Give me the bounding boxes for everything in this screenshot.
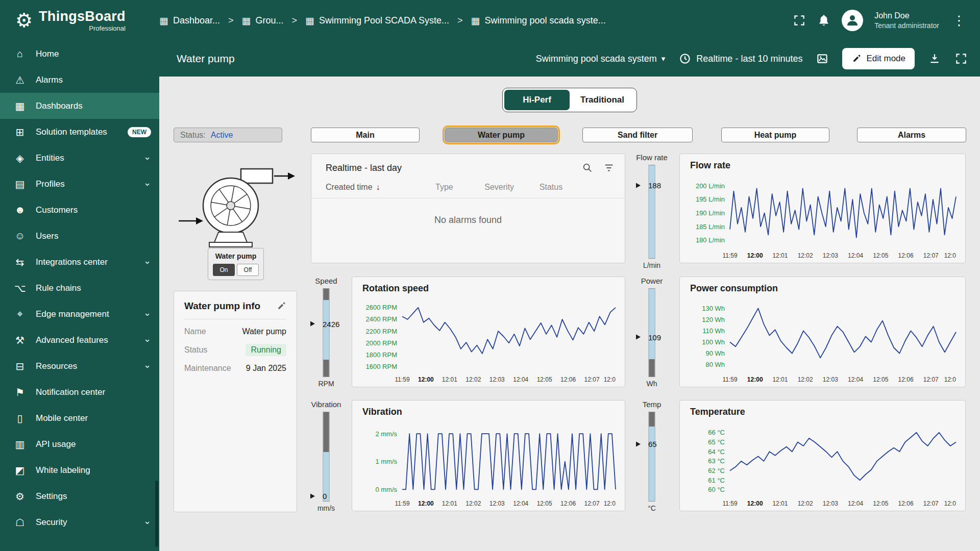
timewindow-button[interactable]: Realtime - last 10 minutes <box>678 52 802 65</box>
sort-desc-icon[interactable]: ↓ <box>376 183 380 192</box>
svg-text:12:06: 12:06 <box>560 376 576 383</box>
tab-alarms[interactable]: Alarms <box>857 128 966 142</box>
power-consumption-chart-widget: Power consumption 130 Wh120 Wh110 Wh100 … <box>679 277 966 387</box>
svg-text:110 Wh: 110 Wh <box>702 327 725 335</box>
column-type[interactable]: Type <box>435 183 484 192</box>
sidebar-item-alarms[interactable]: ⚠ Alarms <box>0 67 159 93</box>
toggle-option-hi-perf[interactable]: Hi-Perf <box>504 90 570 110</box>
info-value: 9 Jan 2025 <box>246 364 286 373</box>
dashboard-state-select[interactable]: Swimming pool scada system ▾ <box>536 54 666 64</box>
tab-heat-pump[interactable]: Heat pump <box>721 128 829 142</box>
sidebar-item-edge-management[interactable]: ⌖ Edge management ⌄ <box>0 301 159 327</box>
breadcrumb-item-scada-system[interactable]: ▦ Swimming Pool SCADA Syste... <box>305 15 449 27</box>
svg-text:190 L/min: 190 L/min <box>696 209 725 217</box>
breadcrumb-item-current-dashboard[interactable]: ▦ Swimming pool scada syste... <box>471 15 606 27</box>
gauge-title: Vibration <box>311 400 341 409</box>
sidebar-item-mobile-center[interactable]: ▯ Mobile center <box>0 405 159 431</box>
pencil-icon[interactable] <box>276 301 286 311</box>
chart-title: Vibration <box>352 400 625 417</box>
gauge-pointer[interactable]: 65 <box>636 440 671 448</box>
breadcrumb-item-group[interactable]: ▦ Grou... <box>242 15 284 27</box>
sidebar-item-settings[interactable]: ⚙ Settings <box>0 483 159 509</box>
svg-text:11:59: 11:59 <box>722 376 737 383</box>
sidebar-item-advanced-features[interactable]: ⚒ Advanced features ⌄ <box>0 327 159 353</box>
tab-sand-filter[interactable]: Sand filter <box>582 128 693 142</box>
temperature-chart-widget: Temperature 66 °C65 °C64 °C63 °C62 °C61 … <box>679 400 966 511</box>
sidebar-item-api-usage[interactable]: ▥ API usage <box>0 431 159 457</box>
flow-rate-line-chart: 200 L/min195 L/min190 L/min185 L/min180 … <box>683 174 962 261</box>
fullscreen-icon[interactable] <box>793 14 806 27</box>
breadcrumb-item-dashboards[interactable]: ▦ Dashboar... <box>159 15 220 27</box>
svg-text:12:01: 12:01 <box>442 500 457 507</box>
notifications-bell-icon[interactable] <box>817 14 830 27</box>
svg-text:2 mm/s: 2 mm/s <box>375 430 397 438</box>
svg-text:12:05: 12:05 <box>873 500 888 507</box>
svg-text:12:06: 12:06 <box>898 500 914 507</box>
gauge-pointer[interactable]: 2426 <box>310 319 345 328</box>
user-info[interactable]: John Doe Tenant administrator <box>874 11 939 31</box>
sidebar-item-users[interactable]: ☺ Users <box>0 223 159 249</box>
sidebar-item-rule-chains[interactable]: ⌥ Rule chains <box>0 275 159 301</box>
user-role: Tenant administrator <box>874 21 939 30</box>
sidebar-item-resources[interactable]: ⊟ Resources ⌄ <box>0 353 159 379</box>
gauge-bar[interactable] <box>649 412 655 502</box>
fullscreen-icon[interactable] <box>954 52 968 65</box>
svg-text:12:0: 12:0 <box>944 500 957 507</box>
sidebar-item-customers[interactable]: ☻ Customers <box>0 197 159 223</box>
rotation-speed-chart-widget: Rotation speed 2600 RPM2400 RPM2200 RPM2… <box>352 277 625 387</box>
user-name: John Doe <box>874 11 939 21</box>
gauge-pointer[interactable]: 109 <box>636 333 671 341</box>
gauge-pointer[interactable]: 188 <box>636 181 671 190</box>
app-logo[interactable]: ⚙ ThingsBoard Professional <box>0 10 159 32</box>
sidebar-item-dashboards[interactable]: ▦ Dashboards <box>0 93 159 119</box>
pump-off-button[interactable]: Off <box>237 264 259 276</box>
gauge-title: Temp <box>643 400 662 409</box>
flow-rate-chart-widget: Flow rate 200 L/min195 L/min190 L/min185… <box>679 154 966 263</box>
column-status[interactable]: Status <box>540 183 615 192</box>
column-severity[interactable]: Severity <box>484 183 540 192</box>
alarms-timewindow-label[interactable]: Realtime - last day <box>326 163 402 173</box>
image-export-icon[interactable] <box>816 52 829 65</box>
sidebar-item-solution-templates[interactable]: ⊞ Solution templates NEW <box>0 119 159 145</box>
sidebar-item-entities[interactable]: ◈ Entities ⌄ <box>0 145 159 171</box>
svg-text:65 °C: 65 °C <box>708 438 725 446</box>
column-created-time[interactable]: Created time ↓ <box>326 183 435 192</box>
toggle-option-traditional[interactable]: Traditional <box>570 90 635 110</box>
sidebar-item-profiles[interactable]: ▤ Profiles ⌄ <box>0 171 159 197</box>
kebab-menu-icon[interactable]: ⋮ <box>950 13 968 29</box>
svg-text:90 Wh: 90 Wh <box>705 349 725 357</box>
pump-on-button[interactable]: On <box>213 264 235 276</box>
edit-mode-button[interactable]: Edit mode <box>842 48 915 69</box>
sidebar-item-home[interactable]: ⌂ Home <box>0 41 159 67</box>
tab-main[interactable]: Main <box>311 128 420 142</box>
alarms-table-header: Created time ↓ Type Severity Status <box>311 177 625 198</box>
sidebar-item-white-labeling[interactable]: ◩ White labeling <box>0 457 159 483</box>
gauge-bar[interactable] <box>649 165 655 259</box>
water-pump-schematic <box>169 160 297 254</box>
gauge-unit: Wh <box>647 380 657 388</box>
sidebar-item-label: Notification center <box>36 387 151 397</box>
svg-text:12:03: 12:03 <box>489 500 505 507</box>
sidebar-scrollbar[interactable] <box>155 481 158 547</box>
svg-text:12:01: 12:01 <box>442 376 457 383</box>
gauge-pointer[interactable]: 0 <box>310 492 345 500</box>
sidebar-item-notification-center[interactable]: ⚑ Notification center <box>0 379 159 405</box>
svg-text:2000 RPM: 2000 RPM <box>366 339 397 347</box>
dashboard-grid-icon: ▦ <box>242 15 251 27</box>
solution-templates-icon: ⊞ <box>13 126 27 138</box>
chart-title: Power consumption <box>680 277 965 294</box>
download-icon[interactable] <box>928 52 941 65</box>
gauge-bar[interactable] <box>323 412 330 502</box>
svg-text:80 Wh: 80 Wh <box>705 361 725 368</box>
thingsboard-logo-icon: ⚙ <box>15 11 33 30</box>
sidebar-item-integrations-center[interactable]: ⇆ Integrations center ⌄ <box>0 249 159 275</box>
filter-list-icon[interactable] <box>603 162 615 173</box>
search-icon[interactable] <box>582 162 593 173</box>
pointer-triangle-icon <box>310 493 315 498</box>
rotation-speed-line-chart: 2600 RPM2400 RPM2200 RPM2000 RPM1800 RPM… <box>355 297 622 385</box>
integrations-icon: ⇆ <box>13 256 27 268</box>
avatar[interactable] <box>842 10 863 31</box>
gauge-bar[interactable] <box>323 288 330 377</box>
tab-water-pump[interactable]: Water pump <box>445 128 558 142</box>
sidebar-item-security[interactable]: ☖ Security ⌄ <box>0 509 159 535</box>
